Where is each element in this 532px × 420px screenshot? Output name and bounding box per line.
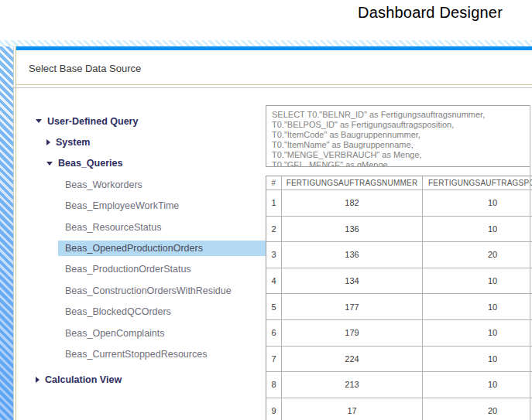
nummer-cell: 213: [282, 372, 423, 398]
tree-item-beas-queries[interactable]: Beas_Queries: [0, 153, 268, 174]
table-row[interactable]: 5 177 10: [266, 294, 532, 320]
row-index-cell: 9: [266, 398, 282, 420]
page-title: Dashboard Designer: [358, 4, 503, 22]
data-source-tree: User-Defined Query System Beas_Queries B…: [0, 111, 268, 391]
nummer-cell: 136: [282, 217, 423, 242]
panel-accent-bar: [16, 46, 532, 50]
row-index-cell: 4: [266, 268, 282, 294]
tree-item-label: Beas_OpenComplaints: [65, 328, 165, 339]
tree-item-beas-openedproductionorders[interactable]: Beas_OpenedProductionOrders: [0, 237, 268, 258]
column-header-fertigungsauftragsposition[interactable]: FERTIGUNGSAUFTRAGSPOSITION: [423, 176, 532, 190]
position-cell: 10: [423, 347, 532, 372]
panel-right-border: [530, 105, 530, 420]
table-header-row: # FERTIGUNGSAUFTRAGSNUMMER FERTIGUNGSAUF…: [266, 176, 532, 190]
dashboard-designer-window: Dashboard Designer Select Base Data Sour…: [0, 0, 532, 420]
tree-item-beas-resourcestatus[interactable]: Beas_ResourceStatus: [0, 217, 268, 237]
table-row[interactable]: 2 136 10: [266, 217, 532, 243]
tree-item-beas-opencomplaints[interactable]: Beas_OpenComplaints: [0, 323, 268, 343]
position-cell: 10: [423, 217, 532, 242]
tree-item-label: Beas_ConstructionOrdersWithResidue: [65, 285, 232, 296]
tree-item-beas-productionorderstatus[interactable]: Beas_ProductionOrderStatus: [0, 259, 268, 280]
tree-item-calculation-view[interactable]: Calculation View: [0, 370, 268, 391]
section-divider-top: [15, 84, 532, 85]
tree-item-beas-blockedqcorders[interactable]: Beas_BlockedQCOrders: [0, 302, 268, 323]
tree-item-label: Beas_BlockedQCOrders: [65, 306, 171, 317]
tree-item-beas-constructionorderswithresidue[interactable]: Beas_ConstructionOrdersWithResidue: [0, 280, 268, 301]
row-index-cell: 1: [266, 190, 282, 216]
expand-arrow-icon[interactable]: [46, 139, 50, 145]
sql-query-textarea[interactable]: SELECT T0."BELNR_ID" as Fertigungsauftra…: [266, 105, 530, 167]
position-cell: 10: [423, 268, 532, 294]
row-index-cell: 8: [266, 372, 282, 398]
table-row[interactable]: 9 17 20: [266, 398, 532, 420]
position-cell: 10: [423, 294, 532, 319]
tree-item-label: Calculation View: [45, 374, 122, 385]
tree-item-label: User-Defined Query: [47, 116, 138, 127]
row-index-cell: 3: [266, 242, 282, 268]
nummer-cell: 134: [282, 268, 423, 294]
section-divider: [12, 87, 532, 88]
table-row[interactable]: 1 182 10: [266, 190, 532, 217]
section-title: Select Base Data Source: [29, 63, 141, 74]
table-row[interactable]: 6 179 10: [266, 320, 532, 347]
nummer-cell: 177: [282, 294, 423, 319]
position-cell: 20: [423, 242, 532, 268]
nummer-cell: 179: [282, 320, 423, 346]
collapse-arrow-icon[interactable]: [36, 119, 42, 123]
column-header-fertigungsauftragsnummer[interactable]: FERTIGUNGSAUFTRAGSNUMMER: [282, 176, 423, 190]
tree-item-label: Beas_ProductionOrderStatus: [65, 264, 191, 275]
tree-item-label: Beas_EmployeeWorkTime: [65, 200, 179, 211]
row-index-cell: 6: [266, 320, 282, 346]
nummer-cell: 17: [282, 398, 423, 420]
tree-item-system[interactable]: System: [0, 131, 268, 152]
tree-item-beas-employeeworktime[interactable]: Beas_EmployeeWorkTime: [0, 196, 268, 217]
column-header-index[interactable]: #: [266, 176, 282, 190]
table-row[interactable]: 7 224 10: [266, 347, 532, 373]
tree-item-label: Beas_Queries: [58, 158, 122, 169]
query-preview-table: # FERTIGUNGSAUFTRAGSNUMMER FERTIGUNGSAUF…: [266, 176, 532, 420]
tree-item-label: Beas_ResourceStatus: [65, 222, 161, 233]
table-row[interactable]: 4 134 10: [266, 268, 532, 295]
row-index-cell: 5: [266, 294, 282, 319]
tree-item-user-defined-query[interactable]: User-Defined Query: [0, 111, 268, 131]
position-cell: 10: [423, 320, 532, 346]
position-cell: 20: [423, 398, 532, 420]
row-index-cell: 7: [266, 347, 282, 372]
row-index-cell: 2: [266, 217, 282, 242]
tree-item-beas-currentstoppedresources[interactable]: Beas_CurrentStoppedResources: [0, 343, 268, 364]
nummer-cell: 224: [282, 347, 423, 372]
position-cell: 10: [423, 372, 532, 398]
nummer-cell: 136: [282, 242, 423, 268]
table-row[interactable]: 8 213 10: [266, 372, 532, 398]
tree-item-label: Beas_CurrentStoppedResources: [65, 349, 207, 360]
nummer-cell: 182: [282, 190, 423, 216]
position-cell: 10: [423, 190, 532, 216]
tree-item-label: Beas_OpenedProductionOrders: [58, 241, 266, 256]
tree-item-label: System: [56, 137, 90, 148]
collapse-arrow-icon[interactable]: [46, 162, 53, 166]
table-row[interactable]: 3 136 20: [266, 242, 532, 268]
decorative-stripe-band: [0, 40, 532, 46]
tree-item-label: Beas_Workorders: [65, 179, 142, 190]
expand-arrow-icon[interactable]: [36, 377, 39, 383]
tree-item-beas-workorders[interactable]: Beas_Workorders: [0, 174, 268, 195]
